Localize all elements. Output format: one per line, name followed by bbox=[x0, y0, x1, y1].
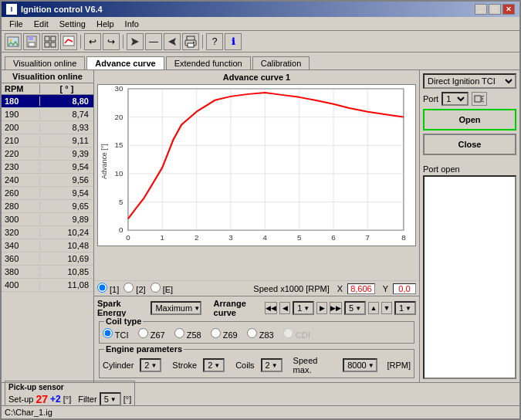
table-row[interactable]: 280 9,65 bbox=[2, 200, 93, 213]
arrange-left-left-btn[interactable]: ◀◀ bbox=[265, 302, 277, 314]
toolbar-image-btn[interactable] bbox=[5, 33, 22, 50]
vis-online-header: Visualition online bbox=[2, 70, 93, 83]
table-row[interactable]: 300 9,89 bbox=[2, 213, 93, 226]
coils-dropdown[interactable]: 2 ▼ bbox=[261, 358, 282, 372]
radio-2-label[interactable]: [2] bbox=[123, 283, 145, 294]
table-row[interactable]: 230 9,54 bbox=[2, 161, 93, 174]
coil-tci-label[interactable]: TCI bbox=[103, 328, 129, 340]
close-connection-button[interactable]: Close bbox=[423, 134, 516, 155]
arrange-left-btn[interactable]: ◀ bbox=[279, 302, 290, 314]
center-panel: Advance curve 1 bbox=[94, 70, 419, 382]
table-row[interactable]: 380 10,85 bbox=[2, 266, 93, 279]
coils-label: Coils bbox=[235, 361, 254, 370]
toolbar-redo-btn[interactable]: ↪ bbox=[103, 33, 120, 50]
toolbar-save-btn[interactable] bbox=[23, 33, 40, 50]
toolbar-arrow1-btn[interactable] bbox=[127, 33, 144, 50]
window-title: Ignition control V6.4 bbox=[21, 5, 103, 14]
menu-edit[interactable]: Edit bbox=[29, 19, 53, 29]
radio-e[interactable] bbox=[151, 283, 161, 293]
stroke-label: Stroke bbox=[172, 361, 197, 370]
tab-advance-curve[interactable]: Advance curve bbox=[86, 56, 164, 70]
table-row[interactable]: 220 9,39 bbox=[2, 147, 93, 161]
toolbar-print-btn[interactable] bbox=[182, 33, 199, 50]
speed-max-dropdown[interactable]: 8000 ▼ bbox=[343, 358, 377, 372]
stroke-dropdown[interactable]: 2 ▼ bbox=[203, 358, 225, 372]
svg-text:1: 1 bbox=[161, 234, 164, 242]
menu-help[interactable]: Help bbox=[92, 19, 119, 29]
tab-visualition-online[interactable]: Visualition online bbox=[5, 56, 85, 69]
coil-z83-label[interactable]: Z83 bbox=[247, 328, 274, 340]
engine-params-group: Engine parameters Cylinder 2 ▼ Stroke 2 … bbox=[99, 349, 414, 378]
setup-label: Set-up bbox=[8, 395, 33, 404]
arrange-down-btn[interactable]: ▼ bbox=[381, 302, 392, 314]
menu-file[interactable]: File bbox=[5, 19, 28, 29]
toolbar-sep-2 bbox=[123, 35, 123, 49]
filter-dropdown[interactable]: 5 ▼ bbox=[100, 392, 121, 406]
table-row[interactable]: 400 11,08 bbox=[2, 279, 93, 292]
toolbar-chart-btn[interactable] bbox=[60, 33, 77, 50]
arrange-val2-dropdown[interactable]: 5 ▼ bbox=[344, 301, 366, 315]
table-row[interactable]: 260 9,54 bbox=[2, 187, 93, 200]
cylinder-dropdown[interactable]: 2 ▼ bbox=[140, 358, 161, 372]
svg-text:Advance [°]: Advance [°] bbox=[100, 144, 107, 179]
toolbar-minus-btn[interactable]: — bbox=[145, 33, 162, 50]
x-coord-label: X bbox=[337, 284, 343, 293]
coil-z67-radio[interactable] bbox=[138, 328, 148, 338]
close-button[interactable]: ✕ bbox=[502, 4, 515, 15]
svg-text:30: 30 bbox=[115, 85, 123, 93]
radio-e-label[interactable]: [E] bbox=[151, 283, 174, 294]
coil-z58-radio[interactable] bbox=[174, 328, 184, 338]
coil-z58-label[interactable]: Z58 bbox=[174, 328, 201, 340]
coil-z83-radio[interactable] bbox=[247, 328, 257, 338]
minimize-button[interactable]: _ bbox=[475, 4, 487, 15]
table-row[interactable]: 240 9,56 bbox=[2, 174, 93, 187]
toolbar-info-btn[interactable]: ℹ bbox=[225, 33, 242, 50]
col-rpm-header: RPM bbox=[2, 84, 40, 93]
coil-cdi-radio bbox=[283, 328, 293, 338]
arrange-val3-dropdown[interactable]: 1 ▼ bbox=[394, 301, 416, 315]
table-row[interactable]: 320 10,24 bbox=[2, 226, 93, 239]
table-row[interactable]: 210 9,11 bbox=[2, 134, 93, 147]
port-icon-btn[interactable] bbox=[472, 92, 487, 106]
spark-energy-dropdown[interactable]: Maximum ▼ bbox=[151, 301, 201, 315]
svg-text:2: 2 bbox=[195, 234, 198, 242]
tab-extended-function[interactable]: Extended function bbox=[166, 56, 251, 69]
menu-setting[interactable]: Setting bbox=[55, 19, 90, 29]
open-button[interactable]: Open bbox=[423, 109, 516, 130]
coil-z69-label[interactable]: Z69 bbox=[211, 328, 238, 340]
radio-1-label[interactable]: [1] bbox=[97, 283, 119, 294]
radio-1[interactable] bbox=[97, 283, 107, 293]
maximize-button[interactable]: □ bbox=[489, 4, 501, 15]
table-row[interactable]: 360 10,69 bbox=[2, 252, 93, 266]
menu-info[interactable]: Info bbox=[120, 19, 144, 29]
spark-energy-label: Spark Energy bbox=[97, 299, 147, 317]
device-select[interactable]: Direct Ignition TCI bbox=[423, 73, 516, 89]
port-row: Port 1 2 3 4 bbox=[423, 92, 516, 106]
svg-text:6: 6 bbox=[331, 234, 335, 242]
port-select[interactable]: 1 2 3 4 bbox=[441, 92, 469, 106]
svg-text:4: 4 bbox=[263, 234, 267, 242]
toolbar-grid-btn[interactable] bbox=[42, 33, 59, 50]
setup-unit: [°] bbox=[63, 395, 72, 404]
table-row[interactable]: 190 8,74 bbox=[2, 108, 93, 121]
table-row[interactable]: 200 8,93 bbox=[2, 121, 93, 134]
arrange-right-btn[interactable]: ▶ bbox=[316, 302, 327, 314]
svg-rect-7 bbox=[45, 42, 49, 47]
engine-params-row: Cylinder 2 ▼ Stroke 2 ▼ Coils 2 bbox=[103, 356, 411, 374]
coil-cdi-label[interactable]: CDI bbox=[283, 328, 310, 340]
coil-tci-radio[interactable] bbox=[103, 328, 113, 338]
coil-z67-label[interactable]: Z67 bbox=[138, 328, 165, 340]
coil-z69-radio[interactable] bbox=[211, 328, 221, 338]
arrange-up-btn[interactable]: ▲ bbox=[368, 302, 379, 314]
advance-chart[interactable]: 0 5 10 15 20 30 0 1 2 3 4 5 6 7 8 bbox=[97, 84, 416, 246]
toolbar-undo-btn[interactable]: ↩ bbox=[84, 33, 101, 50]
arrange-right-right-btn[interactable]: ▶▶ bbox=[330, 302, 342, 314]
tab-calibration[interactable]: Calibration bbox=[252, 56, 310, 69]
toolbar-help-btn[interactable]: ? bbox=[206, 33, 223, 50]
toolbar-arrow2-btn[interactable] bbox=[164, 33, 181, 50]
table-row[interactable]: 180 8,80 bbox=[2, 95, 93, 108]
arrange-val1-dropdown[interactable]: 1 ▼ bbox=[293, 301, 314, 315]
radio-2[interactable] bbox=[123, 283, 134, 293]
table-row[interactable]: 340 10,48 bbox=[2, 239, 93, 252]
setup-value: 27 bbox=[36, 393, 48, 405]
